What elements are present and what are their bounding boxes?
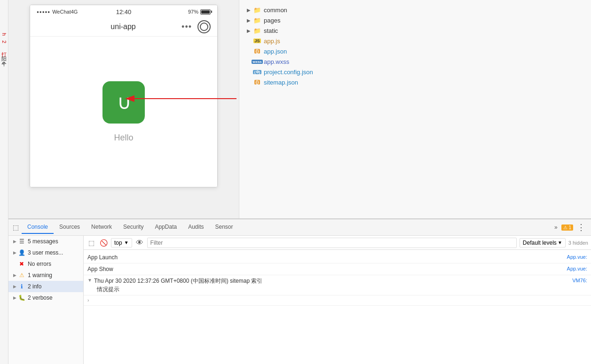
- phone-status-left: ●●●●● WeChat4G: [37, 9, 78, 15]
- console-row-expand[interactable]: ›: [84, 295, 591, 306]
- file-item-pages[interactable]: ▶ 📁 pages: [239, 15, 591, 25]
- filter-input[interactable]: [147, 238, 517, 248]
- sidebar-verbose[interactable]: ▶ 🐛 2 verbose: [8, 292, 83, 303]
- file-name-sitemap: sitemap.json: [264, 79, 298, 86]
- sitemap-sub: 情况提示: [87, 285, 119, 294]
- file-item-appjson[interactable]: ▶ {} app.json: [239, 46, 591, 56]
- file-tree-area: ▶ 📁 common ▶ 📁 pages ▶ 📁 static ▶ JS app…: [239, 0, 591, 218]
- launch-source[interactable]: App.vue:: [567, 253, 587, 261]
- folder-icon-pages: 📁: [253, 16, 261, 24]
- tab-security[interactable]: Security: [118, 221, 149, 234]
- folder-icon-common: 📁: [253, 6, 261, 14]
- file-name-appwxss: app.wxss: [264, 58, 289, 65]
- verbose-label: 2 verbose: [28, 294, 53, 301]
- config-icon: {⚙}: [253, 68, 261, 76]
- main-area: ●●●●● WeChat4G 12:40 97% uni-app •••: [8, 0, 591, 364]
- messages-icon: ☰: [18, 238, 25, 245]
- phone-content: ∪ Hello: [30, 37, 217, 187]
- tab-console[interactable]: Console: [22, 221, 54, 234]
- file-name-pages: pages: [264, 17, 280, 24]
- clear-console-icon[interactable]: ⬚: [87, 238, 96, 248]
- file-item-appjs[interactable]: ▶ JS app.js: [239, 36, 591, 46]
- file-name-projectconfig: project.config.json: [264, 69, 313, 76]
- phone-status-right: 97%: [188, 9, 211, 15]
- tab-sensor[interactable]: Sensor: [210, 221, 239, 234]
- console-toolbar: ⬚ 🚫 top ▼ 👁 Default levels ▼ 3 hidden: [84, 236, 591, 250]
- console-sidebar: ▶ ☰ 5 messages ▶ 👤 3 user mess... ▶ ✖ No…: [8, 236, 84, 364]
- js-icon: JS: [253, 37, 261, 45]
- hidden-count: 3 hidden: [568, 240, 588, 246]
- file-name-static: static: [264, 27, 278, 34]
- top-section: ●●●●● WeChat4G 12:40 97% uni-app •••: [8, 0, 591, 218]
- hello-text: Hello: [114, 133, 133, 143]
- context-selector[interactable]: top ▼: [111, 238, 132, 248]
- file-item-projectconfig[interactable]: ▶ {⚙} project.config.json: [239, 67, 591, 77]
- uni-logo-text: ∪: [117, 91, 131, 114]
- levels-dropdown[interactable]: Default levels ▼: [520, 238, 566, 248]
- file-item-appwxss[interactable]: ▶ wxss app.wxss: [239, 56, 591, 67]
- sidebar-errors[interactable]: ▶ ✖ No errors: [8, 258, 83, 270]
- expand-arrow-messages: ▶: [13, 239, 16, 244]
- console-row-show: App Show App.vue:: [84, 263, 591, 275]
- devtools-more[interactable]: » ⚠ 1 ⋮: [552, 222, 588, 232]
- warning-label: 1 warning: [28, 272, 52, 279]
- tab-appdata[interactable]: AppData: [149, 221, 182, 234]
- file-item-sitemap[interactable]: ▶ {} sitemap.json: [239, 77, 591, 87]
- nav-more-icon[interactable]: •••: [181, 22, 192, 32]
- phone-nav-icons: •••: [181, 20, 211, 33]
- sitemap-icon: {}: [253, 78, 261, 86]
- launch-message: App Launch: [87, 253, 563, 262]
- file-item-static[interactable]: ▶ 📁 static: [239, 25, 591, 36]
- inspect-icon[interactable]: ⬚: [11, 223, 20, 232]
- sitemap-row-main: ▼ Thu Apr 30 2020 12:37:26 GMT+0800 (中国标…: [87, 277, 587, 285]
- show-source[interactable]: App.vue:: [567, 265, 587, 273]
- top-label: top: [114, 240, 122, 246]
- console-main: ⬚ 🚫 top ▼ 👁 Default levels ▼ 3 hidden: [84, 236, 591, 364]
- user-messages-label: 3 user mess...: [28, 249, 63, 256]
- errors-label: No errors: [28, 261, 51, 267]
- expand-arrow-info: ▶: [13, 284, 16, 289]
- sidebar-info[interactable]: ▶ ℹ 2 info: [8, 281, 83, 292]
- sidebar-text-s: s: [1, 62, 7, 65]
- levels-label: Default levels: [523, 240, 557, 246]
- devtools-panel: ⬚ Console Sources Network Security AppDa…: [8, 218, 591, 364]
- tab-sources[interactable]: Sources: [54, 221, 86, 234]
- info-icon: ℹ: [18, 283, 25, 290]
- phone-time: 12:40: [116, 8, 132, 15]
- file-item-common[interactable]: ▶ 📁 common: [239, 5, 591, 15]
- console-row-launch: App Launch App.vue:: [84, 252, 591, 263]
- battery-percent: 97%: [188, 9, 198, 15]
- uni-logo: ∪: [102, 81, 145, 124]
- battery-icon: [200, 9, 211, 15]
- phone-status-bar: ●●●●● WeChat4G 12:40 97%: [30, 5, 217, 17]
- eye-icon[interactable]: 👁: [135, 238, 144, 248]
- sidebar-text-h: h: [1, 33, 7, 36]
- tab-network[interactable]: Network: [86, 221, 118, 234]
- expand-arrow-row[interactable]: ›: [87, 297, 89, 304]
- tree-arrow-common: ▶: [247, 8, 252, 13]
- phone-area: ●●●●● WeChat4G 12:40 97% uni-app •••: [8, 0, 239, 218]
- phone-frame: ●●●●● WeChat4G 12:40 97% uni-app •••: [30, 5, 218, 187]
- warning-badge: ⚠ 1: [561, 225, 573, 231]
- console-row-sitemap: ▼ Thu Apr 30 2020 12:37:26 GMT+0800 (中国标…: [84, 275, 591, 295]
- left-sidebar: h 2 打 阳 个 s: [0, 0, 8, 364]
- devtools-menu-icon[interactable]: ⋮: [577, 222, 585, 232]
- sitemap-source[interactable]: VM76:: [572, 277, 587, 285]
- devtools-body: ▶ ☰ 5 messages ▶ 👤 3 user mess... ▶ ✖ No…: [8, 236, 591, 364]
- sidebar-warning[interactable]: ▶ ⚠ 1 warning: [8, 270, 83, 281]
- sitemap-expand[interactable]: ▼: [87, 277, 92, 284]
- tree-arrow-pages: ▶: [247, 18, 252, 23]
- block-icon[interactable]: 🚫: [99, 238, 108, 248]
- info-label: 2 info: [28, 283, 41, 290]
- sidebar-user-messages[interactable]: ▶ 👤 3 user mess...: [8, 247, 83, 258]
- record-button[interactable]: [197, 20, 211, 33]
- sidebar-messages[interactable]: ▶ ☰ 5 messages: [8, 236, 83, 247]
- dropdown-arrow: ▼: [124, 240, 129, 245]
- devtools-tabs: ⬚ Console Sources Network Security AppDa…: [8, 219, 591, 236]
- tab-audits[interactable]: Audits: [182, 221, 209, 234]
- show-message: App Show: [87, 265, 563, 273]
- signal-dots: ●●●●●: [37, 10, 50, 14]
- expand-arrow-verbose: ▶: [13, 295, 16, 300]
- error-icon: ✖: [18, 261, 25, 267]
- warning-icon: ⚠: [18, 272, 25, 279]
